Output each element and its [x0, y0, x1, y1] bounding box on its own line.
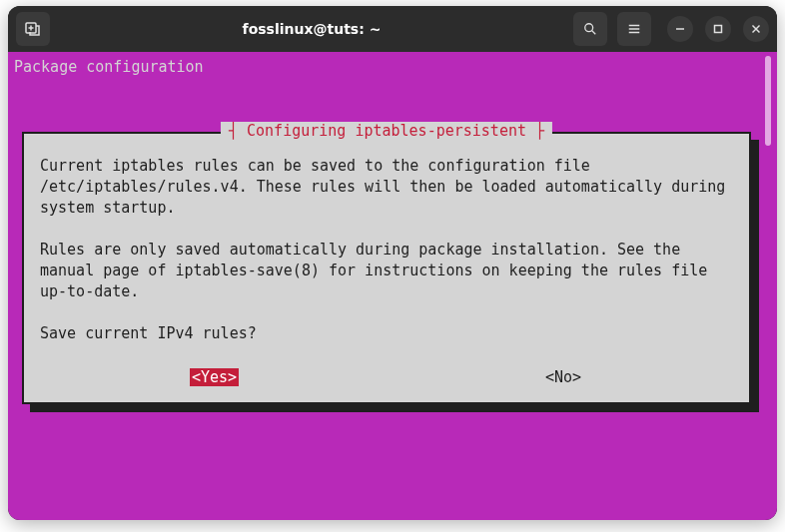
- svg-point-3: [585, 24, 593, 32]
- svg-line-4: [592, 31, 596, 35]
- titlebar: fosslinux@tuts: ~: [8, 6, 777, 52]
- dialog-buttons: <Yes> <No>: [40, 368, 733, 386]
- new-tab-button[interactable]: [16, 12, 50, 46]
- hamburger-icon: [627, 22, 641, 36]
- no-button[interactable]: <No>: [543, 368, 583, 386]
- titlebar-controls: [573, 12, 769, 46]
- package-config-header: Package configuration: [12, 56, 771, 78]
- yes-button[interactable]: <Yes>: [190, 368, 239, 386]
- minimize-icon: [675, 24, 685, 34]
- svg-rect-9: [715, 26, 722, 33]
- close-button[interactable]: [743, 16, 769, 42]
- search-button[interactable]: [573, 12, 607, 46]
- scrollbar-thumb[interactable]: [765, 56, 771, 146]
- menu-button[interactable]: [617, 12, 651, 46]
- dialog-text: Current iptables rules can be saved to t…: [40, 156, 733, 344]
- terminal-window: fosslinux@tuts: ~: [8, 6, 777, 520]
- minimize-button[interactable]: [667, 16, 693, 42]
- config-dialog: ┤ Configuring iptables-persistent ├ Curr…: [22, 132, 751, 404]
- dialog-container: ┤ Configuring iptables-persistent ├ Curr…: [22, 132, 751, 404]
- maximize-button[interactable]: [705, 16, 731, 42]
- dialog-title: ┤ Configuring iptables-persistent ├: [221, 122, 552, 140]
- search-icon: [583, 22, 597, 36]
- new-tab-icon: [25, 21, 41, 37]
- close-icon: [751, 24, 761, 34]
- terminal-content: Package configuration ┤ Configuring ipta…: [8, 52, 777, 520]
- maximize-icon: [713, 24, 723, 34]
- window-title: fosslinux@tuts: ~: [58, 21, 565, 37]
- window-controls: [667, 16, 769, 42]
